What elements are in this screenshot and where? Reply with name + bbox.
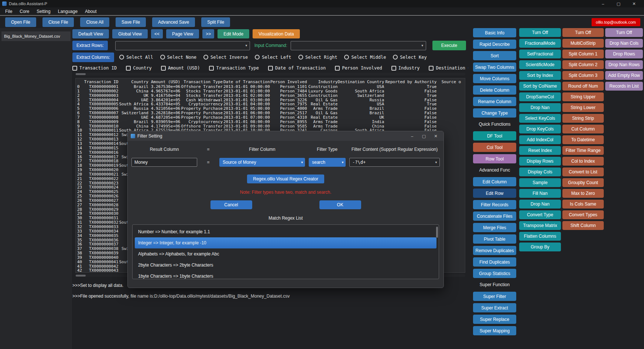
hscrollbar-top[interactable] [75, 73, 465, 75]
panel-button-reset-index[interactable]: Reset Index [519, 146, 561, 155]
panel-button-super-filter[interactable]: Super Filter [473, 292, 516, 301]
panel-button-drop-nan-cols[interactable]: Drop Nan Cols [605, 39, 643, 48]
table-row[interactable]: 2TX0000000003UK9.416750e+04Stocks Transf… [77, 94, 465, 98]
input-command-combo[interactable]: ▼ [291, 41, 426, 50]
panel-button-select-keycols[interactable]: Select KeyCols [519, 114, 561, 123]
dialog-close-icon[interactable]: ✕ [431, 132, 441, 140]
panel-button-dropsamecol[interactable]: DropSameCol [519, 92, 561, 101]
dialog-minimize-icon[interactable]: – [407, 132, 417, 140]
panel-button-group-statistics[interactable]: Group Statistics [473, 269, 516, 278]
panel-button-move-columns[interactable]: Move Columns [473, 74, 516, 83]
table-row[interactable]: 0TX0000000001Brazil3.267530e+06Offshore … [77, 85, 465, 89]
column-checkbox-amount-usd[interactable]: Amount (USD) [161, 65, 200, 71]
panel-button-display-rows[interactable]: Display Rows [519, 157, 561, 166]
radio-option-select-inverse[interactable]: Select Inverse [203, 55, 248, 60]
panel-button-drop-rows[interactable]: Drop Rows [605, 50, 643, 58]
execute-button[interactable]: Execute [432, 41, 466, 50]
contact-email-badge[interactable]: olllo.top@outlook.com [592, 18, 640, 26]
panel-button-convert-types[interactable]: Convert Types [562, 210, 604, 219]
panel-button-drop-nan-rows[interactable]: Drop Nan Rows [605, 60, 643, 69]
table-row[interactable]: 8TX0000000009Brazil9.039059e+06Cryptocur… [77, 120, 465, 124]
filter-content-input[interactable] [350, 160, 433, 165]
panel-button-sort-by-index[interactable]: Sort by Index [519, 71, 561, 80]
extract-rows-button[interactable]: Extract Rows: [72, 41, 108, 50]
panel-button-multicolstrip[interactable]: MultiColStrip [562, 39, 604, 48]
panel-button-col-tool[interactable]: Col Tool [473, 143, 516, 152]
toolbar-button-open-file[interactable]: Open File [5, 17, 36, 27]
panel-button-add-empty-row[interactable]: Add Empty Row [605, 71, 643, 80]
file-list-item[interactable]: Big_Black_Money_Dataset.csv [1, 31, 71, 41]
panel-button-convert-to-list[interactable]: Convert to List [562, 167, 604, 176]
panel-button-merge-files[interactable]: Merge Files [473, 223, 516, 232]
radio-option-select-key[interactable]: Select Key [393, 55, 427, 60]
page-prev-button[interactable]: << [151, 29, 163, 38]
panel-button-groupby-count[interactable]: Groupby Count [562, 178, 604, 187]
menu-item-language[interactable]: Language [54, 9, 81, 14]
filter-type-dropdown[interactable]: search ▼ [309, 158, 346, 167]
menu-item-file[interactable]: File [1, 9, 16, 14]
table-row[interactable]: 1TX0000000002China4.965767e+06Stocks Tra… [77, 89, 465, 94]
panel-button-round-off-num[interactable]: Round off Num [562, 82, 604, 91]
panel-button-group-by[interactable]: Group By [519, 243, 561, 251]
panel-button-string-upper[interactable]: String Upper [562, 92, 604, 101]
table-row[interactable]: 9TX0000000010China4.174995e+06Offshore T… [77, 124, 465, 129]
panel-button-split-column-3[interactable]: Split Column 3 [562, 71, 604, 80]
table-row[interactable]: 4TX0000000005South Africa6.433784e+05Cry… [77, 102, 465, 106]
table-row[interactable]: 6TX0000000007Switzerland3.262818e+06Prop… [77, 111, 465, 115]
dialog-maximize-icon[interactable]: ▢ [419, 132, 429, 140]
table-row[interactable]: 3TX0000000004UAE3.864201e+05Cash Withdra… [77, 98, 465, 102]
menu-item-core[interactable]: Core [16, 9, 33, 14]
panel-button-string-lower[interactable]: String Lower [562, 103, 604, 112]
hscrollbar-thumb[interactable] [76, 275, 86, 277]
panel-button-remove-duplicates[interactable]: Remove Duplicates [473, 246, 516, 255]
filter-content-combo[interactable]: ▼ [349, 158, 440, 167]
toolbar-button-advanced-save[interactable]: Advanced Save [152, 17, 195, 27]
panel-button-sample[interactable]: Sample [519, 178, 561, 187]
panel-button-to-datetime[interactable]: To Datetime [562, 135, 604, 144]
panel-button-scientificmode[interactable]: ScientificMode [519, 60, 561, 69]
column-checkbox-transaction-id[interactable]: Transaction ID [72, 65, 117, 71]
column-checkbox-person-involved[interactable]: Person Involved [335, 65, 382, 71]
page-next-button[interactable]: >> [202, 29, 214, 38]
panel-button-fractionalmode[interactable]: FractionalMode [519, 39, 561, 48]
radio-option-select-left[interactable]: Select Left [255, 55, 291, 60]
panel-button-turn-off[interactable]: Turn Off [562, 28, 604, 37]
column-checkbox-destination-country[interactable]: Destination Country [429, 65, 468, 71]
toolbar-button-close-file[interactable]: Close File [42, 17, 74, 27]
column-checkbox-industry[interactable]: Industry [391, 65, 420, 71]
panel-button-convert-type[interactable]: Convert Type [519, 210, 561, 219]
toolbar-button-close-all[interactable]: Close All [80, 17, 109, 27]
panel-button-col-to-index[interactable]: Col to Index [562, 157, 604, 166]
panel-button-filter-time-range[interactable]: Filter Time Range [562, 146, 604, 155]
panel-button-change-type[interactable]: Change Type [473, 108, 516, 118]
column-checkbox-country[interactable]: Country [126, 65, 152, 71]
toolbar-button-split-file[interactable]: Split File [201, 17, 230, 27]
panel-button-sort-by-colname[interactable]: Sort by ColName [519, 82, 561, 91]
panel-button-cut-column[interactable]: Cut Column [562, 125, 604, 133]
column-checkbox-date-of-transaction[interactable]: Date of Transaction [268, 65, 326, 71]
table-row[interactable]: 7TX0000000008UAE4.687205e+06Property Pur… [77, 115, 465, 120]
panel-button-setfractional[interactable]: SetFractional [519, 50, 561, 58]
view-tab-page-view[interactable]: Page View [166, 29, 199, 38]
panel-button-is-cols-same[interactable]: Is Cols Same [562, 200, 604, 209]
regex-list-item[interactable]: 1byte Characters => 1byte Characters [135, 271, 436, 279]
panel-button-display-cols[interactable]: Display Cols [519, 167, 561, 176]
regex-list-item[interactable]: Number => Number, for example 1.1 [135, 226, 436, 237]
regex-creator-button[interactable]: Regex.olllo Visual Regex Creator [247, 174, 324, 183]
extract-columns-button[interactable]: Extract Columns: [72, 52, 114, 62]
panel-button-super-extract[interactable]: Super Extract [473, 303, 516, 312]
view-tab-global-view[interactable]: Global View [112, 29, 148, 38]
panel-button-drop-nan[interactable]: Drop Nan [519, 200, 561, 209]
extract-rows-combo[interactable]: ▼ [115, 41, 250, 50]
panel-button-split-column-2[interactable]: Split Column 2 [562, 60, 604, 69]
radio-option-select-all[interactable]: Select All [119, 55, 153, 60]
panel-button-delete-column[interactable]: Delete Column [473, 85, 516, 95]
toolbar-button-save-file[interactable]: Save File [116, 17, 146, 27]
regex-list-item[interactable]: Integer => Integer, for example -10 [135, 237, 436, 248]
view-tab-visualization-data[interactable]: Visualization Data [253, 29, 300, 38]
panel-button-turn-off[interactable]: Turn Off [519, 28, 561, 37]
result-column-input[interactable] [131, 158, 197, 167]
menu-item-about[interactable]: About [81, 9, 100, 14]
panel-button-transpose-matrix[interactable]: Transpose Matrix [519, 221, 561, 230]
ok-button[interactable]: OK [319, 200, 361, 209]
